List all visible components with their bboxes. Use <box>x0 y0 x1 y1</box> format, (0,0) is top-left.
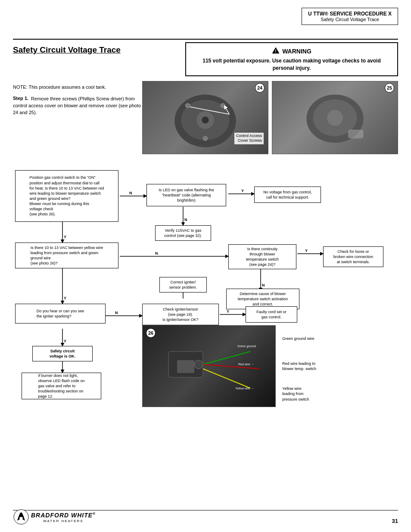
logo-text-sub: WATER HEATERS <box>31 519 96 523</box>
svg-text:Y: Y <box>227 309 229 314</box>
svg-text:Y: Y <box>64 235 66 239</box>
page-title: Safety Circuit Voltage Trace <box>13 45 121 55</box>
svg-point-49 <box>19 517 23 520</box>
fc-box-3: No voltage from gas control, call for te… <box>254 187 321 203</box>
fc-box-1: Position gas control switch to the “ON” … <box>15 170 118 222</box>
svg-text:Y: Y <box>305 249 308 253</box>
photo-24: 24 Control AccessCover Screws <box>142 81 268 154</box>
fc-box-14: If burner does not light, observe LED fl… <box>22 373 101 399</box>
svg-text:N: N <box>184 218 187 222</box>
photo-26-label-green: Green ground wire <box>282 336 314 342</box>
warning-box: ! WARNING 115 volt potential exposure. U… <box>185 42 398 76</box>
svg-text:Y: Y <box>64 339 66 343</box>
svg-text:!: ! <box>275 49 276 54</box>
svg-rect-40 <box>177 360 194 373</box>
page-number: 31 <box>392 518 398 524</box>
svg-text:N: N <box>115 311 118 315</box>
photo-26-label-red: Red wire leading to blower temp. switch <box>282 355 316 372</box>
warning-text: 115 volt potential exposure. Use caution… <box>191 57 392 72</box>
step-text: Remove three screws (Phillips Screw driv… <box>13 96 141 115</box>
svg-rect-14 <box>348 130 364 138</box>
svg-text:N: N <box>129 191 132 195</box>
svg-text:N: N <box>155 251 158 255</box>
photo-26-label-yellow: Yellow wire leading from pressure switch <box>282 380 309 402</box>
fc-box-11: Check igniter/sensor (see page 19). is i… <box>142 304 219 325</box>
top-rule <box>13 39 398 40</box>
photo-24-number: 24 <box>255 83 265 93</box>
fc-box-8: Correct igniter/ sensor problem. <box>159 277 207 292</box>
svg-text:Yellow wire →: Yellow wire → <box>235 387 254 390</box>
fc-box-13: Safety circuit voltage is OK. <box>32 346 93 361</box>
header-title: U TTW® SERVICE PROCEDURE X <box>308 11 392 17</box>
svg-point-13 <box>327 110 343 126</box>
photo-area: 24 Control AccessCover Screws 25 <box>142 81 398 154</box>
svg-point-41 <box>194 360 203 369</box>
logo: BRADFORD WHITE® WATER HEATERS <box>13 509 96 526</box>
warning-triangle-icon: ! <box>272 47 280 56</box>
step-label: Step 1. <box>13 96 28 101</box>
fc-box-4: Verify 115VAC to gas control (see page 3… <box>155 225 211 241</box>
svg-text:Y: Y <box>241 189 244 193</box>
svg-text:Green ground: Green ground <box>237 345 256 348</box>
logo-text-main: BRADFORD WHITE® <box>31 512 96 519</box>
flowchart: N Y Y N N Y Y N N Y Y <box>13 162 398 403</box>
logo-area: BRADFORD WHITE® WATER HEATERS <box>13 509 96 526</box>
fc-box-7: Check for loose or broken wire connectio… <box>323 246 383 267</box>
svg-point-6 <box>186 103 190 108</box>
photo-26: 26 Green ground Red wire → Yellow wire → <box>142 325 276 407</box>
svg-line-44 <box>203 369 250 388</box>
fc-box-5: Is there 10 to 13 VAC between yellow wir… <box>15 243 118 268</box>
step-1-block: Step 1. Remove three screws (Phillips Sc… <box>13 96 142 116</box>
svg-point-8 <box>203 136 207 140</box>
fc-box-2: Is LED on gas valve flashing the “heartb… <box>146 184 226 206</box>
photo-24-label: Control AccessCover Screws <box>234 133 264 144</box>
svg-text:N: N <box>262 283 265 287</box>
warning-title: ! WARNING <box>191 47 392 56</box>
svg-point-7 <box>221 103 225 108</box>
photo-25-image <box>272 81 398 154</box>
fc-box-6: Is there continuity through blower tempe… <box>228 244 296 269</box>
svg-point-5 <box>202 116 209 123</box>
fc-box-12: Faulty cord set or gas control. <box>246 306 297 323</box>
header-subtitle: Safety Circuit Voltage Trace <box>308 17 392 22</box>
photo-25-number: 25 <box>385 83 394 93</box>
header-box: U TTW® SERVICE PROCEDURE X Safety Circui… <box>302 8 398 25</box>
svg-text:Red wire →: Red wire → <box>238 363 254 366</box>
svg-text:Y: Y <box>64 296 66 300</box>
photo-25: 25 <box>272 81 398 154</box>
fc-box-10: Do you hear or can you see the igniter s… <box>15 304 106 324</box>
note-text: NOTE: This procedure assumes a cool tank… <box>13 84 106 90</box>
logo-icon <box>13 509 29 526</box>
